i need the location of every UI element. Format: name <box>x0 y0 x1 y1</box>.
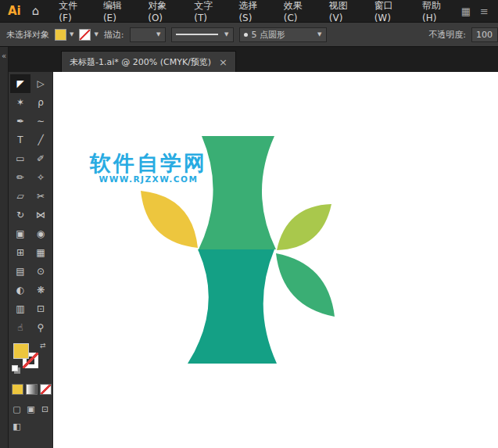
tool-pencil[interactable]: ✏ <box>10 168 30 187</box>
tool-mesh[interactable]: ▦ <box>30 243 51 262</box>
menu-item-select[interactable]: 选择(S) <box>231 0 276 22</box>
artboard-canvas[interactable]: 软件自学网 WWW.RJZXW.COM <box>53 72 498 448</box>
menu-item-window[interactable]: 窗口(W) <box>367 0 415 22</box>
illustrator-logo: Ai <box>5 4 27 18</box>
tool-perspective-grid[interactable]: ⊞ <box>10 243 30 262</box>
arrange-documents-icon[interactable]: ▦ <box>461 5 471 17</box>
tool-zoom[interactable]: ⚲ <box>30 318 51 337</box>
tool-blend[interactable]: ◐ <box>10 281 30 299</box>
leaf-light-green[interactable] <box>277 204 331 250</box>
tool-type[interactable]: T <box>10 131 30 149</box>
tool-lasso[interactable]: ρ <box>30 93 51 112</box>
fill-color-swatch[interactable] <box>55 29 66 41</box>
tool-shape-builder[interactable]: ◉ <box>30 224 51 243</box>
bamboo-segment-top[interactable] <box>199 136 276 249</box>
tool-scissors[interactable]: ✂ <box>30 187 51 206</box>
brush-definition-dropdown[interactable]: 5 点圆形 ▼ <box>239 27 327 42</box>
pencil-tool-icon: ✏ <box>16 172 24 183</box>
draw-normal-button[interactable]: ▢ <box>10 403 23 415</box>
perspective-grid-tool-icon: ⊞ <box>16 247 24 258</box>
tool-line-segment[interactable]: ╱ <box>30 131 51 149</box>
fill-stroke-panel: ⇄ ▢ ▣ ⊡ <box>9 337 52 448</box>
document-tab[interactable]: 未标题-1.ai* @ 200% (CMYK/预览) × <box>61 51 236 72</box>
watermark-url: WWW.RJZXW.COM <box>99 174 199 184</box>
menu-item-edit[interactable]: 编辑(E) <box>96 0 141 22</box>
fill-dropdown-arrow[interactable]: ▼ <box>70 31 73 38</box>
panel-dock-strip: « <box>0 47 9 448</box>
leaf-green[interactable] <box>276 253 335 317</box>
tool-rotate[interactable]: ↻ <box>10 206 30 224</box>
menu-bar: Ai ⌂ 文件(F) 编辑(E) 对象(O) 文字(T) 选择(S) 效果 <box>0 0 498 22</box>
menu-item-object[interactable]: 对象(O) <box>141 0 187 22</box>
default-fill-stroke-icon[interactable] <box>12 365 18 371</box>
home-icon[interactable]: ⌂ <box>27 4 52 18</box>
color-button[interactable] <box>12 384 23 395</box>
draw-inside-button[interactable]: ⊡ <box>38 403 52 415</box>
rectangle-tool-icon: ▭ <box>16 153 24 164</box>
stroke-weight-dropdown[interactable]: ▼ <box>130 27 166 42</box>
none-button[interactable] <box>40 384 52 395</box>
brush-name: 5 点圆形 <box>252 29 286 41</box>
tool-paintbrush[interactable]: ✐ <box>30 149 51 168</box>
tool-hand[interactable]: ☝ <box>10 318 30 337</box>
collapse-panels-chevron[interactable]: « <box>2 52 6 60</box>
scissors-tool-icon: ✂ <box>37 191 45 202</box>
tool-gradient[interactable]: ▤ <box>10 262 30 281</box>
menu-item-effect[interactable]: 效果(C) <box>277 0 322 22</box>
bamboo-segment-bottom[interactable] <box>188 249 277 364</box>
drawing-modes-row: ▢ ▣ ⊡ <box>10 403 52 415</box>
symbol-sprayer-tool-icon: ❋ <box>37 285 45 296</box>
hand-tool-icon: ☝ <box>17 322 23 333</box>
tool-eyedropper[interactable]: ⊙ <box>30 262 51 281</box>
stroke-color-swatch[interactable] <box>79 29 91 41</box>
app-menu-icon[interactable]: ≡ <box>480 5 489 17</box>
tool-rectangle[interactable]: ▭ <box>10 149 30 168</box>
tool-eraser[interactable]: ▱ <box>10 187 30 206</box>
artboard-tool-icon: ⊡ <box>37 303 45 314</box>
gradient-button[interactable] <box>26 384 38 395</box>
tool-direct-selection[interactable]: ▷ <box>30 74 51 93</box>
free-transform-tool-icon: ▣ <box>16 228 24 239</box>
app-body: « 未标题-1.ai* @ 200% (CMYK/预览) × ◤ <box>0 47 498 448</box>
watermark-title: 软件自学网 <box>89 151 207 175</box>
tool-shaper[interactable]: ✧ <box>30 168 51 187</box>
menu-item-type[interactable]: 文字(T) <box>187 0 231 22</box>
menu-item-view[interactable]: 视图(V) <box>322 0 367 22</box>
draw-behind-button[interactable]: ▣ <box>24 403 38 415</box>
tool-selection[interactable]: ◤ <box>10 74 30 93</box>
round-brush-icon <box>244 33 248 37</box>
fill-proxy-swatch[interactable] <box>13 343 29 359</box>
tools-grid: ◤ ▷ ✶ ρ <box>10 74 51 337</box>
change-screen-mode-button[interactable]: ◧ <box>10 420 23 432</box>
rotate-tool-icon: ↻ <box>16 210 24 220</box>
direct-selection-tool-icon: ▷ <box>37 78 44 89</box>
menu-right-icons: ▦ ≡ <box>461 5 498 17</box>
menu-item-file[interactable]: 文件(F) <box>52 0 96 22</box>
mesh-tool-icon: ▦ <box>36 247 45 258</box>
tool-artboard[interactable]: ⊡ <box>30 299 51 318</box>
tool-curvature[interactable]: ∼ <box>30 112 51 131</box>
shape-builder-tool-icon: ◉ <box>37 228 45 239</box>
stroke-dropdown-arrow[interactable]: ▼ <box>94 31 98 38</box>
zoom-tool-icon: ⚲ <box>38 322 45 333</box>
document-tab-title: 未标题-1.ai* @ 200% (CMYK/预览) <box>70 56 211 68</box>
eyedropper-tool-icon: ⊙ <box>37 266 45 277</box>
tool-symbol-sprayer[interactable]: ❋ <box>30 281 51 299</box>
tool-free-transform[interactable]: ▣ <box>10 224 30 243</box>
width-tool-icon: ⋈ <box>36 210 45 220</box>
swap-fill-stroke-icon[interactable]: ⇄ <box>40 342 46 349</box>
tool-column-graph[interactable]: ▥ <box>10 299 30 318</box>
document-row: ◤ ▷ ✶ ρ <box>9 72 498 448</box>
tool-width[interactable]: ⋈ <box>30 206 51 224</box>
leaf-yellow[interactable] <box>141 191 198 248</box>
chevron-down-icon: ▼ <box>317 31 321 38</box>
tool-pen[interactable]: ✒ <box>10 112 30 131</box>
main-area: 未标题-1.ai* @ 200% (CMYK/预览) × ◤ ▷ <box>9 47 498 448</box>
width-profile-dropdown[interactable]: ▼ <box>171 27 234 42</box>
tool-magic-wand[interactable]: ✶ <box>10 93 30 112</box>
paintbrush-tool-icon: ✐ <box>37 153 45 164</box>
opacity-field[interactable]: 100 <box>471 27 498 42</box>
close-icon[interactable]: × <box>219 57 228 67</box>
stroke-label: 描边: <box>104 29 124 41</box>
menu-item-help[interactable]: 帮助(H) <box>415 0 461 22</box>
